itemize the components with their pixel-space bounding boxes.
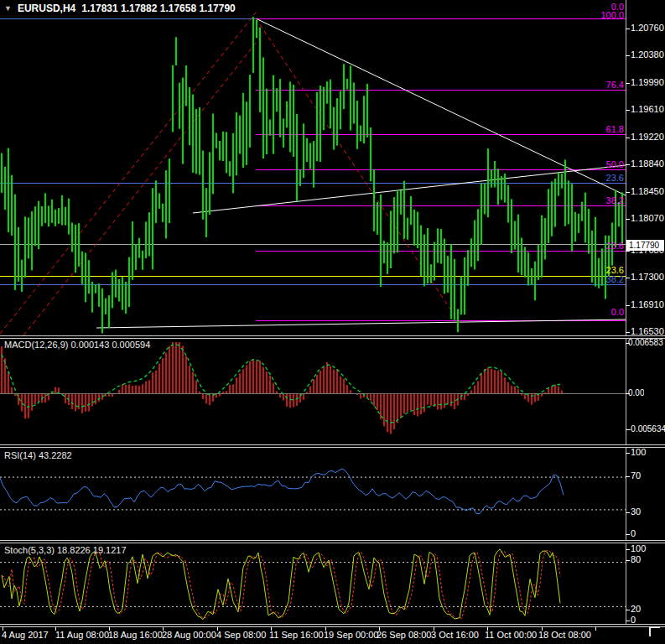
macd-histogram-bar	[205, 393, 207, 403]
time-axis-label: 18 Oct 08:00	[538, 630, 591, 640]
candle-bar	[115, 269, 117, 297]
macd-histogram-bar	[373, 393, 375, 406]
macd-histogram-bar	[185, 356, 187, 393]
symbol-dropdown-icon[interactable]: ▼	[4, 4, 12, 13]
panel-divider[interactable]	[0, 540, 665, 543]
macd-histogram-bar	[491, 369, 492, 393]
candle-bar	[558, 173, 559, 195]
macd-histogram-bar	[306, 392, 308, 393]
candle-bar	[601, 248, 603, 285]
panel-divider[interactable]	[0, 444, 665, 448]
panel-divider[interactable]	[0, 624, 665, 627]
macd-histogram-bar	[423, 393, 425, 412]
candle-bar	[299, 169, 301, 186]
macd-histogram-bar	[501, 371, 502, 393]
candle-bar	[320, 86, 321, 162]
candle-bar	[44, 193, 46, 222]
candle-bar	[618, 202, 620, 226]
macd-histogram-bar	[410, 393, 412, 410]
candle-bar	[216, 133, 217, 148]
macd-histogram-bar	[350, 390, 351, 393]
time-axis-label: 4 Sep 08:00	[216, 630, 266, 640]
candle-bar	[434, 242, 435, 281]
macd-histogram-bar	[477, 382, 479, 393]
candle-bar	[252, 17, 254, 73]
macd-histogram-bar	[152, 372, 153, 393]
macd-histogram-bar	[85, 393, 86, 412]
candle-bar	[75, 225, 76, 273]
macd-histogram-bar	[484, 369, 486, 393]
candle-bar	[68, 199, 70, 235]
macd-histogram-bar	[430, 393, 432, 406]
candle-bar	[232, 133, 234, 194]
candle-bar	[229, 161, 231, 176]
candle-bar	[152, 188, 153, 269]
candle-bar	[219, 141, 221, 160]
price-axis-label: 1.20760	[631, 23, 664, 33]
candle-bar	[303, 123, 304, 178]
chart-titlebar: ▼ EURUSD,H4 1.17831 1.17882 1.17658 1.17…	[4, 3, 236, 14]
candle-bar	[330, 80, 331, 128]
macd-histogram-bar	[289, 393, 291, 408]
candle-bar	[209, 152, 210, 215]
candle-bar	[437, 228, 439, 262]
candle-bar	[122, 277, 123, 310]
macd-histogram-bar	[266, 371, 268, 393]
fib-level-label: 23.6	[606, 241, 624, 251]
macd-histogram-bar	[175, 342, 177, 393]
rsi-axis-label: 70	[631, 470, 641, 480]
price-axis-label: 1.19990	[631, 77, 664, 87]
candle-bar	[34, 206, 36, 246]
macd-histogram-bar	[189, 366, 190, 393]
candle-bar	[477, 209, 479, 261]
macd-histogram-bar	[145, 382, 147, 393]
macd-histogram-bar	[75, 393, 76, 411]
macd-histogram-bar	[450, 393, 452, 407]
candle-bar	[202, 151, 204, 220]
candle-bar	[326, 81, 328, 103]
macd-histogram-bar	[8, 371, 9, 393]
fib-level-label: 100.0	[600, 10, 624, 20]
macd-histogram-bar	[420, 393, 422, 414]
candle-bar	[155, 180, 157, 223]
candle-bar	[467, 250, 469, 286]
macd-histogram-bar	[262, 366, 264, 393]
candle-bar	[256, 20, 257, 39]
candle-bar	[444, 239, 445, 294]
candle-bar	[501, 176, 502, 200]
macd-histogram-bar	[336, 369, 338, 393]
candle-bar	[363, 96, 365, 143]
macd-histogram-bar	[474, 386, 475, 393]
macd-histogram-bar	[132, 386, 133, 393]
candle-bar	[88, 260, 90, 293]
candle-bar	[507, 185, 509, 223]
macd-histogram-bar	[4, 358, 6, 393]
macd-histogram-bar	[273, 383, 274, 393]
macd-panel-label: MACD(12,26,9) 0.000143 0.000594	[4, 340, 150, 350]
candle-bar	[189, 87, 190, 145]
macd-histogram-bar	[172, 342, 174, 393]
macd-histogram-bar	[343, 379, 345, 393]
macd-histogram-bar	[403, 393, 405, 414]
candle-bar	[484, 184, 486, 214]
macd-histogram-bar	[135, 385, 137, 393]
macd-histogram-bar	[286, 393, 288, 407]
candle-bar	[538, 245, 539, 280]
candle-bar	[269, 120, 271, 136]
macd-axis-label: 0.00	[628, 388, 644, 397]
fib-level-label: 38.2	[606, 274, 624, 284]
trendline	[256, 18, 626, 195]
stoch-axis-label: 100	[631, 543, 646, 553]
panel-divider[interactable]	[0, 335, 665, 339]
macd-histogram-bar	[407, 393, 408, 412]
macd-histogram-bar	[464, 393, 465, 400]
macd-histogram-bar	[276, 391, 278, 393]
candle-bar	[1, 153, 3, 193]
macd-histogram-bar	[340, 377, 341, 393]
candle-bar	[568, 180, 569, 224]
macd-histogram-bar	[437, 393, 439, 410]
candle-bar	[584, 193, 586, 243]
candle-bar	[323, 87, 325, 131]
rsi-axis-label: 0	[631, 528, 636, 538]
candle-bar	[460, 276, 462, 314]
